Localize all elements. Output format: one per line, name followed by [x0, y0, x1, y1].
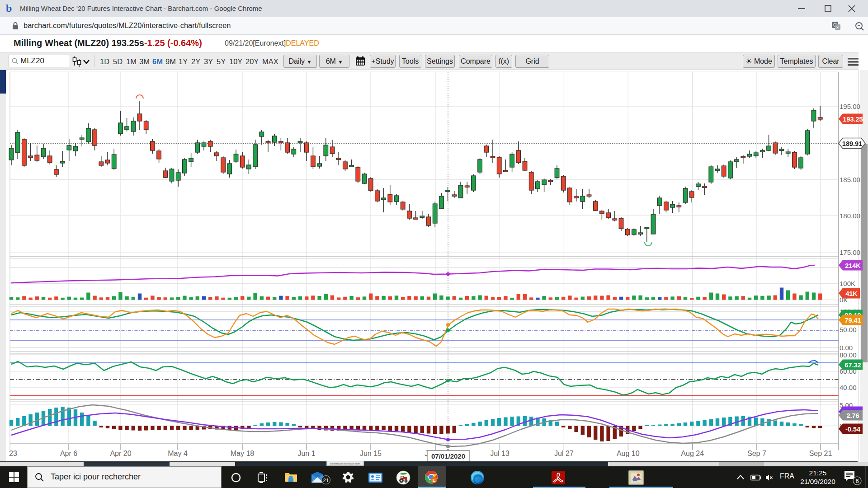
- svg-text:80.00: 80.00: [840, 351, 857, 359]
- svg-text:x: x: [836, 25, 839, 30]
- svg-text:Apr 6: Apr 6: [60, 450, 77, 457]
- svg-text:Aug 24: Aug 24: [681, 450, 704, 457]
- svg-text:E: E: [433, 478, 435, 483]
- svg-text:07/01/2020: 07/01/2020: [431, 452, 465, 460]
- svg-text:Jul 27: Jul 27: [554, 450, 574, 457]
- svg-text:195.00: 195.00: [840, 103, 860, 110]
- svg-text:175.00: 175.00: [840, 249, 860, 256]
- svg-text:Jun 15: Jun 15: [360, 450, 382, 457]
- svg-text:Sep 21: Sep 21: [809, 450, 832, 457]
- svg-text:-0.54: -0.54: [845, 426, 860, 433]
- svg-text:2.76: 2.76: [846, 412, 859, 419]
- svg-text:214K: 214K: [845, 262, 861, 269]
- svg-text:May 4: May 4: [168, 450, 188, 457]
- svg-text:Jun 1: Jun 1: [297, 450, 315, 457]
- svg-text:100K: 100K: [840, 280, 855, 287]
- svg-text:67.32: 67.32: [844, 361, 861, 369]
- svg-text:40.00: 40.00: [840, 384, 857, 391]
- svg-text:193.25: 193.25: [843, 116, 863, 123]
- svg-text:23: 23: [9, 450, 17, 457]
- svg-text:79.41: 79.41: [844, 317, 861, 324]
- svg-text:Aug 10: Aug 10: [617, 450, 640, 457]
- svg-text:May 18: May 18: [231, 450, 255, 457]
- svg-text:41K: 41K: [845, 290, 858, 297]
- svg-text:21: 21: [323, 478, 329, 483]
- svg-text:Apr 20: Apr 20: [110, 450, 131, 457]
- svg-text:0.00: 0.00: [840, 344, 853, 352]
- svg-text:6: 6: [855, 478, 859, 484]
- svg-text:189.91: 189.91: [842, 140, 862, 147]
- svg-text:50.00: 50.00: [840, 326, 857, 333]
- svg-text:Jul 13: Jul 13: [490, 450, 509, 457]
- svg-text:Sep 7: Sep 7: [747, 450, 766, 457]
- svg-text:185.00: 185.00: [840, 176, 860, 183]
- svg-text:180.00: 180.00: [840, 212, 860, 220]
